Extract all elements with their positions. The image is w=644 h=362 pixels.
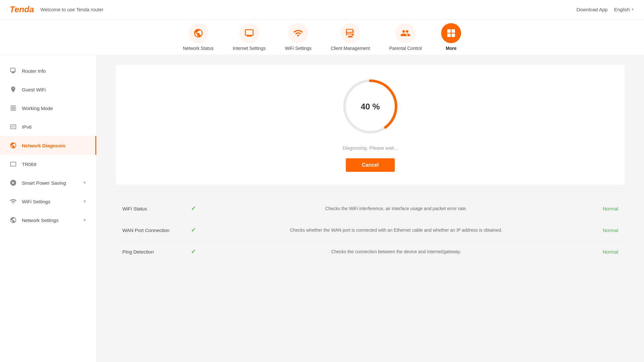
nav-icon-wifi-settings [288, 23, 308, 43]
nav-label-more: More [446, 46, 456, 51]
sidebar-item-wifi-settings[interactable]: WiFi Settings ▼ [0, 192, 96, 211]
router-nav-icon [345, 28, 355, 38]
result-name-wan-port: WAN Port Connection [122, 227, 187, 233]
logo-text: Tenda [10, 5, 34, 14]
nav-bar: Network Status Internet Settings WiFi Se… [0, 19, 644, 55]
sidebar-label-tr069: TR069 [22, 162, 36, 167]
nav-icon-network-status [188, 23, 208, 43]
checkmark-icon: ✓ [191, 248, 196, 255]
diagnosing-status-text: Diagnosing. Please wait... [343, 145, 398, 151]
result-status-wifi-status: Normal [592, 206, 618, 211]
sidebar-label-wifi-settings: WiFi Settings [22, 199, 50, 204]
result-name-ping-detection: Ping Detection [122, 249, 187, 255]
logo: Tenda Welcome to use Tenda router [10, 5, 103, 14]
network-settings-icon [10, 217, 17, 224]
result-desc-wifi-status: Checks the WiFi interference, air interf… [200, 206, 592, 211]
sidebar-item-guest-wifi[interactable]: Guest WiFi [0, 80, 96, 99]
welcome-text: Welcome to use Tenda router [41, 7, 103, 12]
result-table: WiFi Status ✓ Checks the WiFi interferen… [116, 198, 625, 263]
result-desc-wan-port: Checks whether the WAN port is connected… [200, 227, 592, 233]
progress-circle-container: 40 % [341, 78, 399, 135]
power-saving-icon [10, 179, 17, 186]
language-dropdown-arrow: ▼ [631, 8, 634, 11]
download-app-link[interactable]: Download App [576, 7, 608, 12]
nav-item-internet-settings[interactable]: Internet Settings [233, 23, 266, 51]
tr069-icon [10, 161, 17, 168]
table-row: WAN Port Connection ✓ Checks whether the… [116, 219, 625, 241]
network-diagnosis-icon [10, 142, 17, 149]
guest-wifi-icon [10, 86, 17, 93]
header: Tenda Welcome to use Tenda router Downlo… [0, 0, 644, 19]
sidebar-label-network-settings: Network Settings [22, 218, 58, 223]
language-label: English [614, 7, 630, 12]
result-desc-ping-detection: Checks the connection between the device… [200, 249, 592, 254]
result-status-ping-detection: Normal [592, 249, 618, 255]
sidebar-label-ipv6: IPv6 [22, 124, 32, 130]
nav-item-wifi-settings[interactable]: WiFi Settings [285, 23, 311, 51]
nav-item-more[interactable]: More [441, 23, 461, 51]
grid-nav-icon [446, 28, 456, 38]
header-right: Download App English ▼ [576, 7, 634, 12]
ipv6-icon [10, 123, 17, 130]
nav-label-parental-control: Parental Control [389, 46, 422, 51]
result-check-ping-detection: ✓ [187, 248, 200, 255]
sidebar-label-network-diagnosis: Network Diagnosis [22, 143, 65, 148]
nav-item-client-management[interactable]: Client Management [331, 23, 370, 51]
sidebar-item-router-info[interactable]: Router Info [0, 61, 96, 80]
sidebar-label-smart-power-saving: Smart Power Saving [22, 180, 66, 186]
router-info-icon [10, 67, 17, 74]
parent-nav-icon [400, 28, 411, 38]
network-settings-arrow: ▼ [83, 218, 87, 222]
svg-rect-0 [248, 35, 251, 35]
nav-item-network-status[interactable]: Network Status [183, 23, 213, 51]
wifi-sidebar-icon [10, 198, 17, 205]
sidebar-label-router-info: Router Info [22, 68, 46, 74]
smart-power-saving-arrow: ▼ [83, 181, 87, 185]
nav-label-network-status: Network Status [183, 46, 213, 51]
sidebar-label-working-mode: Working Mode [22, 106, 53, 111]
result-check-wifi-status: ✓ [187, 205, 200, 212]
sidebar-item-tr069[interactable]: TR069 [0, 155, 96, 173]
diagnosis-section: 40 % Diagnosing. Please wait... Cancel [116, 65, 625, 185]
sidebar-item-working-mode[interactable]: Working Mode [0, 99, 96, 117]
nav-icon-parental-control [395, 23, 415, 43]
sidebar-label-guest-wifi: Guest WiFi [22, 87, 46, 92]
nav-item-parental-control[interactable]: Parental Control [389, 23, 422, 51]
working-mode-icon [10, 105, 17, 112]
result-name-wifi-status: WiFi Status [122, 206, 187, 211]
globe-nav-icon [193, 28, 204, 38]
cancel-button[interactable]: Cancel [346, 158, 395, 172]
sidebar-item-network-settings[interactable]: Network Settings ▼ [0, 211, 96, 229]
language-selector[interactable]: English ▼ [614, 7, 634, 12]
progress-percent: 40 % [361, 102, 380, 112]
table-row: WiFi Status ✓ Checks the WiFi interferen… [116, 198, 625, 219]
result-check-wan-port: ✓ [187, 227, 200, 234]
monitor-nav-icon [244, 28, 254, 38]
checkmark-icon: ✓ [191, 205, 196, 212]
table-row: Ping Detection ✓ Checks the connection b… [116, 241, 625, 263]
nav-label-internet-settings: Internet Settings [233, 46, 266, 51]
nav-icon-client-management [340, 23, 360, 43]
sidebar-item-smart-power-saving[interactable]: Smart Power Saving ▼ [0, 173, 96, 192]
nav-label-wifi-settings: WiFi Settings [285, 46, 311, 51]
results-divider [116, 191, 625, 191]
nav-icon-internet-settings [239, 23, 259, 43]
sidebar: Router Info Guest WiFi Working Mode IPv6 [0, 55, 97, 362]
result-status-wan-port: Normal [592, 227, 618, 233]
wifi-settings-arrow: ▼ [83, 199, 87, 204]
main-layout: Router Info Guest WiFi Working Mode IPv6 [0, 55, 644, 362]
checkmark-icon: ✓ [191, 227, 196, 234]
content-area: 40 % Diagnosing. Please wait... Cancel W… [97, 55, 644, 362]
sidebar-item-ipv6[interactable]: IPv6 [0, 117, 96, 136]
wifi-nav-icon [293, 28, 303, 38]
nav-icon-more [441, 23, 461, 43]
sidebar-item-network-diagnosis[interactable]: Network Diagnosis [0, 136, 96, 155]
nav-label-client-management: Client Management [331, 46, 370, 51]
